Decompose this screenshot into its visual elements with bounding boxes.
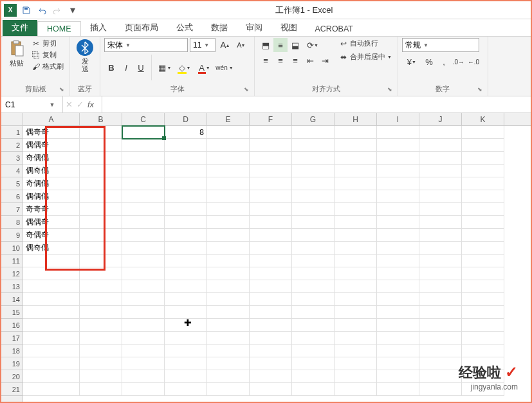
row-header[interactable]: 8 <box>1 216 23 229</box>
cell[interactable] <box>335 190 377 203</box>
column-header[interactable]: J <box>419 113 462 125</box>
cell[interactable] <box>292 229 335 242</box>
cell[interactable] <box>335 165 377 177</box>
cell[interactable] <box>165 332 207 345</box>
row-header[interactable]: 15 <box>1 306 23 319</box>
cell[interactable] <box>292 383 335 396</box>
cell[interactable] <box>165 242 207 255</box>
cell[interactable] <box>462 139 504 152</box>
cell[interactable] <box>292 203 335 216</box>
cell[interactable] <box>377 255 419 267</box>
redo-button[interactable] <box>50 3 64 17</box>
cell[interactable] <box>207 177 250 190</box>
cell[interactable] <box>462 332 504 345</box>
column-header[interactable]: A <box>23 113 80 125</box>
cell[interactable] <box>207 139 250 152</box>
align-left-button[interactable]: ≡ <box>259 53 273 67</box>
decrease-decimal-button[interactable]: ←.0 <box>466 55 481 69</box>
column-header[interactable]: K <box>462 113 504 125</box>
cell[interactable] <box>462 190 504 203</box>
cell[interactable] <box>165 267 207 280</box>
comma-button[interactable]: , <box>437 55 451 69</box>
cell[interactable] <box>122 383 165 396</box>
cell[interactable] <box>419 139 462 152</box>
tab-page-layout[interactable]: 页面布局 <box>116 20 167 36</box>
cell[interactable] <box>165 139 207 152</box>
cell[interactable] <box>462 280 504 293</box>
font-size-combo[interactable]: 11▼ <box>190 38 216 52</box>
cell[interactable] <box>335 229 377 242</box>
cell[interactable] <box>250 190 292 203</box>
row-header[interactable]: 12 <box>1 267 23 280</box>
cell[interactable] <box>165 190 207 203</box>
cell[interactable]: 偶偶奇 <box>23 216 80 229</box>
merge-center-button[interactable]: ⬌ 合并后居中 ▼ <box>337 51 394 62</box>
row-header[interactable]: 13 <box>1 280 23 293</box>
cell[interactable] <box>207 152 250 165</box>
tab-insert[interactable]: 插入 <box>81 20 116 36</box>
cell[interactable]: 偶奇奇 <box>23 126 80 139</box>
alignment-launcher-icon[interactable]: ⬊ <box>386 86 394 94</box>
row-header[interactable]: 18 <box>1 345 23 357</box>
cell[interactable] <box>80 293 122 306</box>
cell[interactable] <box>250 280 292 293</box>
cell[interactable] <box>250 255 292 267</box>
cell[interactable] <box>419 216 462 229</box>
cell[interactable] <box>462 229 504 242</box>
cell[interactable] <box>80 126 122 139</box>
number-format-combo[interactable]: 常规▼ <box>402 38 479 52</box>
row-header[interactable]: 20 <box>1 370 23 383</box>
row-header[interactable]: 16 <box>1 319 23 332</box>
cell[interactable] <box>377 345 419 357</box>
cell[interactable] <box>292 306 335 319</box>
cell[interactable] <box>377 370 419 383</box>
tab-data[interactable]: 数据 <box>202 20 237 36</box>
row-header[interactable]: 17 <box>1 332 23 345</box>
cell[interactable] <box>335 139 377 152</box>
cell[interactable] <box>292 255 335 267</box>
cell[interactable]: 8 <box>165 126 207 139</box>
decrease-indent-button[interactable]: ⇤ <box>303 53 317 67</box>
cell[interactable] <box>23 345 80 357</box>
cell[interactable] <box>292 357 335 370</box>
cell[interactable] <box>292 345 335 357</box>
cell[interactable] <box>122 319 165 332</box>
cell[interactable]: 偶偶偶 <box>23 190 80 203</box>
cell[interactable] <box>419 293 462 306</box>
row-header[interactable]: 7 <box>1 203 23 216</box>
cell[interactable] <box>419 190 462 203</box>
cell[interactable] <box>335 267 377 280</box>
cell[interactable] <box>165 165 207 177</box>
column-header[interactable]: H <box>335 113 377 125</box>
cell[interactable] <box>207 216 250 229</box>
cell[interactable] <box>462 165 504 177</box>
cell[interactable] <box>23 383 80 396</box>
name-box[interactable]: ▼ <box>1 96 63 112</box>
cell[interactable] <box>80 319 122 332</box>
cell[interactable] <box>207 357 250 370</box>
row-header[interactable]: 21 <box>1 383 23 396</box>
cut-button[interactable]: ✂ 剪切 <box>30 38 66 49</box>
cell[interactable] <box>80 255 122 267</box>
cell[interactable] <box>80 267 122 280</box>
wrap-text-button[interactable]: ↩ 自动换行 <box>337 38 394 49</box>
cell[interactable] <box>419 357 462 370</box>
cell[interactable] <box>207 255 250 267</box>
font-name-combo[interactable]: 宋体▼ <box>104 38 188 52</box>
cell[interactable] <box>122 242 165 255</box>
row-header[interactable]: 9 <box>1 229 23 242</box>
cell[interactable] <box>122 293 165 306</box>
cell[interactable] <box>292 126 335 139</box>
row-header[interactable]: 6 <box>1 190 23 203</box>
cell[interactable] <box>419 126 462 139</box>
cell[interactable] <box>80 242 122 255</box>
cell[interactable] <box>335 293 377 306</box>
paste-button[interactable]: 粘贴 <box>5 38 28 69</box>
tab-view[interactable]: 视图 <box>271 20 306 36</box>
cell[interactable] <box>250 242 292 255</box>
currency-button[interactable]: ¥▼ <box>402 55 421 69</box>
cell[interactable] <box>23 255 80 267</box>
cell[interactable] <box>335 203 377 216</box>
fill-color-button[interactable]: ◇ ▼ <box>175 60 194 75</box>
row-header[interactable]: 11 <box>1 255 23 267</box>
